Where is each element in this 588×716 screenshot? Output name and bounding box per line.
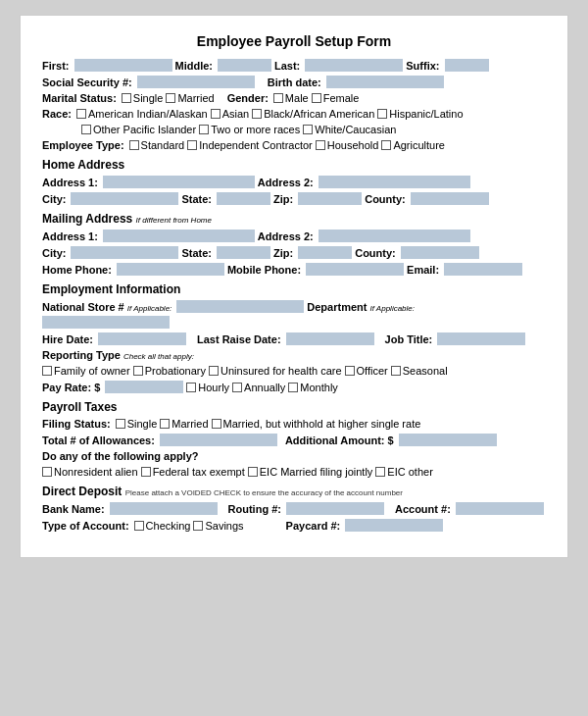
et-ag-checkbox[interactable] xyxy=(381,140,391,150)
race-ai-label: American Indian/Alaskan xyxy=(88,108,208,120)
rt-unins-label: Uninsured for health care xyxy=(220,365,342,377)
ssn-input[interactable] xyxy=(137,76,255,88)
home-state-input[interactable] xyxy=(217,192,270,205)
last-raise-label: Last Raise Date: xyxy=(197,333,281,345)
dob-input[interactable] xyxy=(326,76,444,88)
suffix-input[interactable] xyxy=(445,59,489,72)
type-label: Type of Account: xyxy=(42,520,129,532)
pay-monthly-checkbox[interactable] xyxy=(288,383,298,392)
race-white-checkbox[interactable] xyxy=(303,125,313,134)
race-two-checkbox[interactable] xyxy=(199,125,209,134)
rt-unins-item: Uninsured for health care xyxy=(209,365,342,377)
home-city-label: City: xyxy=(42,193,66,205)
total-allow-label: Total # of Allowances: xyxy=(42,435,155,446)
gender-label: Gender: xyxy=(227,92,269,104)
paycard-input[interactable] xyxy=(345,519,443,532)
fo-eic-other-checkbox[interactable] xyxy=(375,467,385,477)
job-title-input[interactable] xyxy=(437,332,525,345)
rt-officer-checkbox[interactable] xyxy=(345,366,355,376)
mobile-phone-input[interactable] xyxy=(306,263,404,276)
mail-city-label: City: xyxy=(42,247,66,259)
et-ic-checkbox[interactable] xyxy=(187,140,197,150)
race-asian-checkbox[interactable] xyxy=(211,109,220,119)
at-savings-checkbox[interactable] xyxy=(193,521,203,531)
pay-rate-input[interactable] xyxy=(105,381,183,393)
bank-name-input[interactable] xyxy=(110,502,218,515)
et-standard-checkbox[interactable] xyxy=(129,140,139,150)
dob-label: Birth date: xyxy=(268,77,321,88)
et-ag-label: Agriculture xyxy=(393,139,445,151)
mail-city-input[interactable] xyxy=(71,246,178,259)
pay-monthly-label: Monthly xyxy=(300,382,338,393)
pay-annually-label: Annually xyxy=(244,382,285,393)
fo-eic-married-checkbox[interactable] xyxy=(248,467,258,477)
last-input[interactable] xyxy=(305,59,403,72)
single-checkbox[interactable] xyxy=(122,93,131,103)
mail-zip-input[interactable] xyxy=(298,246,352,259)
national-store-input[interactable] xyxy=(176,300,304,313)
hire-date-input[interactable] xyxy=(98,332,186,345)
home-zip-label: Zip: xyxy=(273,193,293,205)
home-addr1-row: Address 1: Address 2: xyxy=(42,176,546,188)
fo-fedtax-item: Federal tax exempt xyxy=(141,466,245,478)
race-opi-checkbox[interactable] xyxy=(81,125,91,134)
reporting-row: Reporting Type Check all that apply: xyxy=(42,349,546,361)
rt-prob-checkbox[interactable] xyxy=(133,366,143,376)
mail-addr2-input[interactable] xyxy=(318,230,470,242)
rt-owner-checkbox[interactable] xyxy=(42,366,52,376)
hire-row: Hire Date: Last Raise Date: Job Title: xyxy=(42,332,546,345)
rt-unins-checkbox[interactable] xyxy=(209,366,219,376)
direct-deposit-note: Please attach a VOIDED CHECK to ensure t… xyxy=(125,488,403,497)
email-input[interactable] xyxy=(444,263,522,276)
at-savings-label: Savings xyxy=(205,520,243,532)
race-ai-checkbox[interactable] xyxy=(76,109,86,119)
middle-input[interactable] xyxy=(218,59,271,72)
rt-seasonal-checkbox[interactable] xyxy=(391,366,401,376)
race-black-checkbox[interactable] xyxy=(252,109,262,119)
marital-label: Marital Status: xyxy=(42,92,117,104)
first-input[interactable] xyxy=(74,59,172,72)
fs-married-label: Married xyxy=(172,418,208,430)
reporting-note: Check all that apply: xyxy=(123,352,194,361)
fs-single-checkbox[interactable] xyxy=(116,419,125,429)
home-phone-input[interactable] xyxy=(117,263,224,276)
home-addr1-input[interactable] xyxy=(103,176,255,188)
home-zip-input[interactable] xyxy=(298,192,362,205)
pay-annually-checkbox[interactable] xyxy=(232,383,242,392)
account-input[interactable] xyxy=(456,502,544,515)
mail-county-input[interactable] xyxy=(401,246,479,259)
bank-name-label: Bank Name: xyxy=(42,503,105,515)
fs-married-higher-checkbox[interactable] xyxy=(212,419,221,429)
fo-fedtax-checkbox[interactable] xyxy=(141,467,151,477)
routing-input[interactable] xyxy=(286,502,384,515)
fo-eic-married-label: EIC Married filing jointly xyxy=(260,466,373,478)
mail-state-input[interactable] xyxy=(217,246,270,259)
home-city-input[interactable] xyxy=(71,192,178,205)
race-black-item: Black/African American xyxy=(252,108,374,120)
married-checkbox[interactable] xyxy=(166,93,175,103)
fs-married-checkbox[interactable] xyxy=(160,419,170,429)
mailing-address-header: Mailing Address If different from Home xyxy=(42,212,546,226)
department-input[interactable] xyxy=(42,316,170,329)
home-addr2-label: Address 2: xyxy=(258,177,314,188)
home-addr2-input[interactable] xyxy=(318,176,470,188)
male-checkbox[interactable] xyxy=(273,93,283,103)
suffix-label: Suffix: xyxy=(406,60,439,72)
female-checkbox[interactable] xyxy=(312,93,321,103)
mail-addr1-input[interactable] xyxy=(103,230,255,242)
fo-eic-other-item: EIC other xyxy=(375,466,432,478)
et-hh-checkbox[interactable] xyxy=(316,140,325,150)
home-county-input[interactable] xyxy=(411,192,489,205)
form-title: Employee Payroll Setup Form xyxy=(42,33,546,49)
at-checking-checkbox[interactable] xyxy=(134,521,144,531)
fo-nonresident-checkbox[interactable] xyxy=(42,467,52,477)
department-label: Department If Applicable: xyxy=(307,301,415,313)
emp-type-label: Employee Type: xyxy=(42,139,124,151)
additional-input[interactable] xyxy=(399,434,497,446)
race-hisp-checkbox[interactable] xyxy=(377,109,387,119)
last-raise-input[interactable] xyxy=(286,332,374,345)
married-label: Married xyxy=(177,92,214,104)
married-cb-item: Married xyxy=(166,92,214,104)
total-allow-input[interactable] xyxy=(160,434,277,446)
pay-hourly-checkbox[interactable] xyxy=(186,383,196,392)
